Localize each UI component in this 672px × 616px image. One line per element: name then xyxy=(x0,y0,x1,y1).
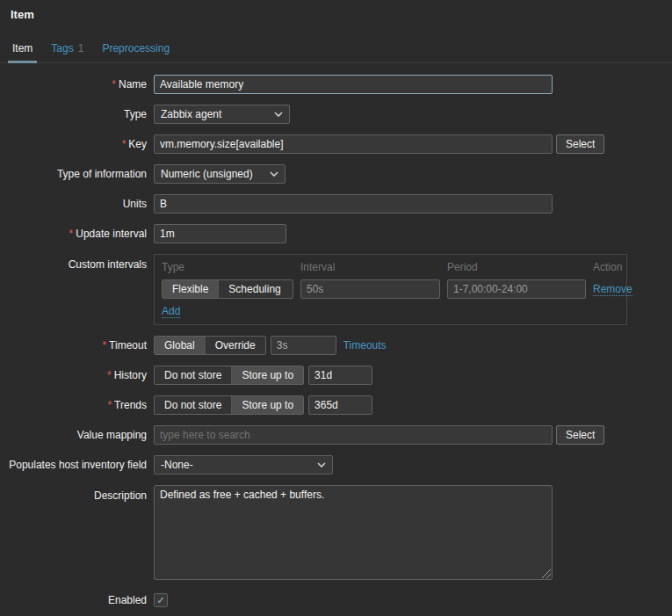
interval-type-flexible-option[interactable]: Flexible xyxy=(163,280,218,298)
required-marker: * xyxy=(107,369,112,381)
tab-bar: Item Tags1 Preprocessing xyxy=(0,40,672,63)
populates-host-inventory-field-select-value: -None- xyxy=(161,459,193,471)
tab-tags[interactable]: Tags1 xyxy=(47,40,88,62)
add-interval-link[interactable]: Add xyxy=(162,305,180,318)
trends-input[interactable] xyxy=(308,395,372,415)
field-row-custom-intervals: Custom intervals Type Interval Period Ac… xyxy=(0,254,672,325)
required-marker: * xyxy=(102,339,106,351)
custom-intervals-table: Type Interval Period Action Flexible Sch… xyxy=(154,254,627,325)
field-row-description: Description Defined as free + cached + b… xyxy=(0,485,672,580)
description-label: Description xyxy=(0,485,154,502)
populates-host-inventory-field-label: Populates host inventory field xyxy=(0,455,154,475)
interval-input[interactable] xyxy=(300,279,440,299)
tab-tags-count: 1 xyxy=(78,42,84,54)
type-label: Type xyxy=(0,105,154,124)
required-marker: * xyxy=(112,78,116,91)
units-label: Units xyxy=(0,194,154,214)
field-row-name: *Name xyxy=(0,75,672,94)
name-input[interactable] xyxy=(154,75,553,94)
field-row-timeout: *Timeout Global Override Timeouts xyxy=(0,336,672,355)
column-header-action: Action xyxy=(593,260,632,274)
type-of-information-select-value: Numeric (unsigned) xyxy=(161,168,253,180)
remove-interval-link[interactable]: Remove xyxy=(593,283,632,296)
type-of-information-select[interactable]: Numeric (unsigned) xyxy=(154,164,285,184)
history-mode-toggle: Do not store Store up to xyxy=(154,366,304,385)
history-label: *History xyxy=(0,366,154,385)
key-select-button[interactable]: Select xyxy=(556,134,604,154)
trends-mode-toggle: Do not store Store up to xyxy=(154,395,304,415)
field-row-trends: *Trends Do not store Store up to xyxy=(0,395,672,415)
timeout-label: *Timeout xyxy=(0,336,154,355)
chevron-down-icon xyxy=(270,171,278,177)
description-textarea[interactable]: Defined as free + cached + buffers. xyxy=(154,485,553,580)
history-store-up-to-option[interactable]: Store up to xyxy=(231,366,303,384)
tab-item[interactable]: Item xyxy=(8,40,37,62)
value-mapping-input[interactable] xyxy=(154,425,553,445)
history-do-not-store-option[interactable]: Do not store xyxy=(155,366,231,384)
key-input[interactable] xyxy=(154,134,553,154)
value-mapping-label: Value mapping xyxy=(0,425,154,445)
tab-item-label: Item xyxy=(12,42,33,54)
field-row-type-of-information: Type of information Numeric (unsigned) xyxy=(0,164,672,184)
field-row-units: Units xyxy=(0,194,672,214)
type-select[interactable]: Zabbix agent xyxy=(154,105,290,124)
type-select-value: Zabbix agent xyxy=(161,108,221,120)
tab-preprocessing[interactable]: Preprocessing xyxy=(98,40,174,62)
required-marker: * xyxy=(107,399,112,411)
field-row-update-interval: *Update interval xyxy=(0,224,672,243)
page-title: Item xyxy=(0,0,672,21)
chevron-down-icon xyxy=(274,112,283,117)
custom-intervals-label: Custom intervals xyxy=(0,254,154,271)
name-label: *Name xyxy=(0,75,154,94)
timeout-input[interactable] xyxy=(271,336,336,355)
check-icon: ✓ xyxy=(156,595,164,606)
history-input[interactable] xyxy=(308,366,372,385)
timeout-override-option[interactable]: Override xyxy=(205,337,265,354)
update-interval-label: *Update interval xyxy=(0,224,154,243)
textarea-resize-handle[interactable] xyxy=(542,569,551,578)
enabled-checkbox[interactable]: ✓ xyxy=(154,593,168,607)
timeouts-link[interactable]: Timeouts xyxy=(343,339,387,351)
interval-type-scheduling-option[interactable]: Scheduling xyxy=(218,280,290,298)
key-label: *Key xyxy=(0,134,154,154)
column-header-type: Type xyxy=(162,260,293,274)
field-row-history: *History Do not store Store up to xyxy=(0,366,672,385)
column-header-interval: Interval xyxy=(300,260,440,274)
trends-store-up-to-option[interactable]: Store up to xyxy=(231,396,303,414)
tab-preprocessing-label: Preprocessing xyxy=(102,42,170,54)
field-row-populates-host-inventory-field: Populates host inventory field -None- xyxy=(0,455,672,475)
column-header-period: Period xyxy=(447,260,586,274)
update-interval-input[interactable] xyxy=(154,224,286,243)
type-of-information-label: Type of information xyxy=(0,164,154,184)
units-input[interactable] xyxy=(154,194,553,214)
field-row-key: *Key Select xyxy=(0,134,672,154)
populates-host-inventory-field-select[interactable]: -None- xyxy=(154,455,333,475)
required-marker: * xyxy=(122,138,126,150)
period-input[interactable] xyxy=(447,279,586,299)
trends-label: *Trends xyxy=(0,395,154,415)
field-row-enabled: Enabled ✓ xyxy=(0,591,672,610)
trends-do-not-store-option[interactable]: Do not store xyxy=(155,396,231,414)
tab-tags-label: Tags xyxy=(51,42,73,54)
required-marker: * xyxy=(69,228,74,240)
item-form: *Name Type Zabbix agent *Key Select Type… xyxy=(0,75,672,610)
field-row-value-mapping: Value mapping Select xyxy=(0,425,672,445)
timeout-mode-toggle: Global Override xyxy=(154,336,266,355)
interval-type-toggle: Flexible Scheduling xyxy=(162,279,293,299)
timeout-global-option[interactable]: Global xyxy=(155,337,205,354)
chevron-down-icon xyxy=(317,462,326,467)
value-mapping-select-button[interactable]: Select xyxy=(556,425,604,445)
enabled-label: Enabled xyxy=(0,591,154,610)
field-row-type: Type Zabbix agent xyxy=(0,105,672,124)
